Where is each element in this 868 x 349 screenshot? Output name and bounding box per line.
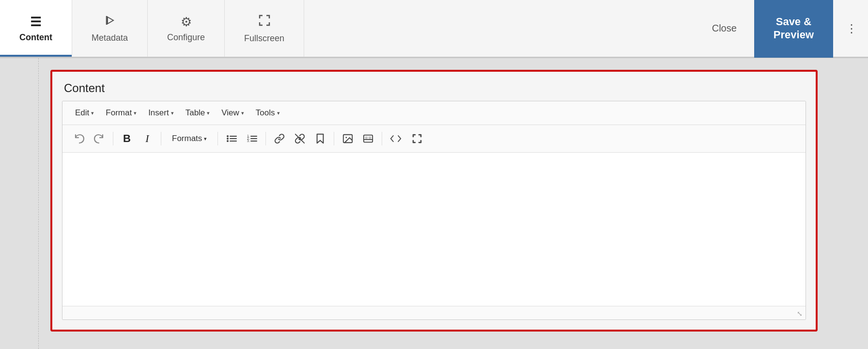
insert-image-button[interactable] <box>339 130 356 147</box>
formats-dropdown-button[interactable]: Formats ▾ <box>166 131 213 146</box>
unordered-list-button[interactable] <box>223 130 240 147</box>
toolbar-separator-2 <box>161 132 161 145</box>
menu-view[interactable]: View ▾ <box>217 105 249 121</box>
svg-rect-15 <box>364 135 372 143</box>
close-button[interactable]: Close <box>702 19 746 38</box>
main-area: Content Edit ▾ Format ▾ Insert ▾ <box>0 58 868 349</box>
editor-inner: Edit ▾ Format ▾ Insert ▾ Table ▾ <box>62 101 806 320</box>
right-sidebar <box>829 58 868 349</box>
source-code-button[interactable] <box>387 130 404 147</box>
undo-button[interactable] <box>70 130 88 147</box>
insert-link-button[interactable] <box>271 130 288 147</box>
tools-caret-icon: ▾ <box>277 110 280 116</box>
menu-format[interactable]: Format ▾ <box>101 105 141 121</box>
editor-box: Content Edit ▾ Format ▾ Insert ▾ <box>50 70 818 332</box>
toolbar-separator-4 <box>265 132 266 145</box>
editor-footer: ⤡ <box>62 306 806 319</box>
svg-rect-16 <box>365 136 368 139</box>
content-panel: Content Edit ▾ Format ▾ Insert ▾ <box>39 58 829 349</box>
toolbar-separator-5 <box>334 132 334 145</box>
svg-point-1 <box>227 138 229 140</box>
editor-content-area[interactable] <box>62 153 806 306</box>
tab-content-label: Content <box>19 32 52 43</box>
insert-media-button[interactable] <box>359 130 377 147</box>
save-preview-button[interactable]: Save &Preview <box>754 0 833 58</box>
italic-button[interactable]: I <box>139 130 156 147</box>
tab-configure-label: Configure <box>167 32 205 43</box>
toolbar-separator-3 <box>217 132 218 145</box>
resize-handle-icon: ⤡ <box>797 310 803 317</box>
nav-right: Close Save &Preview ⋮ <box>702 0 868 57</box>
toolbar-separator-1 <box>113 132 113 145</box>
tab-metadata-label: Metadata <box>92 33 128 43</box>
ordered-list-button[interactable]: 1. 2. 3. <box>243 130 261 147</box>
bold-button[interactable]: B <box>118 130 136 147</box>
menu-insert[interactable]: Insert ▾ <box>143 105 179 121</box>
tab-configure[interactable]: ⚙ Configure <box>148 0 225 57</box>
menu-view-label: View <box>221 108 239 118</box>
svg-point-0 <box>227 135 229 137</box>
menu-table[interactable]: Table ▾ <box>181 105 215 121</box>
menu-tools[interactable]: Tools ▾ <box>251 105 285 121</box>
tab-content[interactable]: ☰ Content <box>0 0 72 57</box>
edit-caret-icon: ▾ <box>91 110 94 116</box>
bookmark-button[interactable] <box>311 130 329 147</box>
configure-icon: ⚙ <box>181 15 192 30</box>
tab-metadata[interactable]: Metadata <box>72 0 148 57</box>
menu-tools-label: Tools <box>256 108 275 118</box>
table-caret-icon: ▾ <box>207 110 210 116</box>
menu-edit-label: Edit <box>75 108 89 118</box>
tab-fullscreen-label: Fullscreen <box>244 33 284 44</box>
metadata-icon <box>104 14 116 30</box>
view-caret-icon: ▾ <box>241 110 244 116</box>
svg-point-2 <box>227 140 229 142</box>
svg-rect-17 <box>369 136 372 139</box>
menu-insert-label: Insert <box>148 108 169 118</box>
menu-edit[interactable]: Edit ▾ <box>70 105 99 121</box>
formats-label: Formats <box>172 134 202 143</box>
toolbar-separator-6 <box>382 132 382 145</box>
format-caret-icon: ▾ <box>134 110 137 116</box>
content-icon: ☰ <box>30 15 41 30</box>
top-nav: ☰ Content Metadata ⚙ Configure Fullscree… <box>0 0 868 58</box>
editor-title: Content <box>62 81 806 95</box>
tab-fullscreen[interactable]: Fullscreen <box>225 0 304 57</box>
redo-button[interactable] <box>91 130 108 147</box>
toolbar: B I Formats ▾ <box>62 125 806 153</box>
left-sidebar <box>0 58 39 349</box>
insert-caret-icon: ▾ <box>171 110 174 116</box>
more-options-button[interactable]: ⋮ <box>841 18 862 39</box>
menu-bar: Edit ▾ Format ▾ Insert ▾ Table ▾ <box>62 101 806 125</box>
fullscreen-editor-button[interactable] <box>407 129 427 148</box>
svg-point-14 <box>346 137 347 138</box>
svg-text:3.: 3. <box>247 139 250 143</box>
formats-caret-icon: ▾ <box>204 136 207 142</box>
fullscreen-icon <box>258 14 271 31</box>
menu-table-label: Table <box>186 108 205 118</box>
menu-format-label: Format <box>106 108 132 118</box>
remove-link-button[interactable] <box>291 130 309 147</box>
